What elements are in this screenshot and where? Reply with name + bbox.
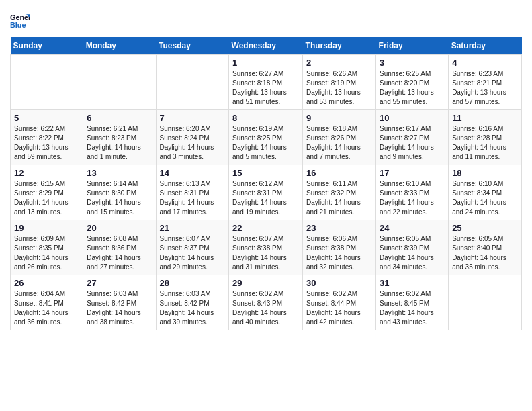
day-number: 22 [232,223,299,233]
calendar-cell: 17Sunrise: 6:10 AM Sunset: 8:33 PM Dayli… [376,165,449,220]
day-info: Sunrise: 6:05 AM Sunset: 8:40 PM Dayligh… [452,234,518,272]
calendar-cell: 11Sunrise: 6:16 AM Sunset: 8:28 PM Dayli… [449,110,522,165]
logo: General Blue [10,10,30,30]
day-info: Sunrise: 6:20 AM Sunset: 8:24 PM Dayligh… [160,124,226,162]
day-info: Sunrise: 6:12 AM Sunset: 8:31 PM Dayligh… [232,179,299,217]
calendar-cell: 10Sunrise: 6:17 AM Sunset: 8:27 PM Dayli… [376,110,449,165]
calendar-cell: 26Sunrise: 6:04 AM Sunset: 8:41 PM Dayli… [11,275,83,330]
day-number: 11 [452,113,518,123]
calendar-cell: 14Sunrise: 6:13 AM Sunset: 8:31 PM Dayli… [156,165,229,220]
day-number: 1 [232,58,299,68]
day-number: 29 [232,278,299,288]
day-number: 7 [160,113,226,123]
calendar-cell: 6Sunrise: 6:21 AM Sunset: 8:23 PM Daylig… [83,110,156,165]
week-row-3: 12Sunrise: 6:15 AM Sunset: 8:29 PM Dayli… [11,165,522,220]
day-number: 13 [87,168,152,178]
calendar-cell: 20Sunrise: 6:08 AM Sunset: 8:36 PM Dayli… [83,220,156,275]
calendar-cell: 16Sunrise: 6:11 AM Sunset: 8:32 PM Dayli… [303,165,376,220]
week-row-1: 1Sunrise: 6:27 AM Sunset: 8:18 PM Daylig… [11,55,522,110]
day-info: Sunrise: 6:22 AM Sunset: 8:22 PM Dayligh… [14,124,79,162]
day-info: Sunrise: 6:03 AM Sunset: 8:42 PM Dayligh… [87,289,152,327]
day-number: 23 [306,223,372,233]
calendar-cell [11,55,83,110]
day-info: Sunrise: 6:11 AM Sunset: 8:32 PM Dayligh… [306,179,372,217]
day-header-wednesday: Wednesday [229,37,303,55]
calendar-cell [449,275,522,330]
calendar-cell: 7Sunrise: 6:20 AM Sunset: 8:24 PM Daylig… [156,110,229,165]
day-number: 2 [306,58,372,68]
day-number: 26 [14,278,79,288]
day-info: Sunrise: 6:15 AM Sunset: 8:29 PM Dayligh… [14,179,79,217]
day-header-tuesday: Tuesday [156,37,229,55]
week-row-2: 5Sunrise: 6:22 AM Sunset: 8:22 PM Daylig… [11,110,522,165]
day-info: Sunrise: 6:17 AM Sunset: 8:27 PM Dayligh… [380,124,445,162]
day-info: Sunrise: 6:02 AM Sunset: 8:45 PM Dayligh… [380,289,445,327]
day-number: 27 [87,278,152,288]
day-header-sunday: Sunday [11,37,83,55]
day-number: 14 [160,168,226,178]
day-number: 16 [306,168,372,178]
day-info: Sunrise: 6:18 AM Sunset: 8:26 PM Dayligh… [306,124,372,162]
day-number: 25 [452,223,518,233]
calendar-cell: 5Sunrise: 6:22 AM Sunset: 8:22 PM Daylig… [11,110,83,165]
calendar-cell: 1Sunrise: 6:27 AM Sunset: 8:18 PM Daylig… [229,55,303,110]
calendar-cell [83,55,156,110]
day-info: Sunrise: 6:03 AM Sunset: 8:42 PM Dayligh… [160,289,226,327]
calendar-cell: 25Sunrise: 6:05 AM Sunset: 8:40 PM Dayli… [449,220,522,275]
day-info: Sunrise: 6:05 AM Sunset: 8:39 PM Dayligh… [380,234,445,272]
calendar-cell: 22Sunrise: 6:07 AM Sunset: 8:38 PM Dayli… [229,220,303,275]
day-info: Sunrise: 6:10 AM Sunset: 8:34 PM Dayligh… [452,179,518,217]
calendar-cell: 21Sunrise: 6:07 AM Sunset: 8:37 PM Dayli… [156,220,229,275]
logo-icon: General Blue [10,10,30,30]
calendar-cell: 2Sunrise: 6:26 AM Sunset: 8:19 PM Daylig… [303,55,376,110]
calendar-table: SundayMondayTuesdayWednesdayThursdayFrid… [10,37,522,330]
week-row-4: 19Sunrise: 6:09 AM Sunset: 8:35 PM Dayli… [11,220,522,275]
calendar-cell: 3Sunrise: 6:25 AM Sunset: 8:20 PM Daylig… [376,55,449,110]
day-number: 20 [87,223,152,233]
calendar-cell: 24Sunrise: 6:05 AM Sunset: 8:39 PM Dayli… [376,220,449,275]
calendar-cell: 9Sunrise: 6:18 AM Sunset: 8:26 PM Daylig… [303,110,376,165]
day-header-friday: Friday [376,37,449,55]
day-number: 19 [14,223,79,233]
calendar-cell: 23Sunrise: 6:06 AM Sunset: 8:38 PM Dayli… [303,220,376,275]
day-header-monday: Monday [83,37,156,55]
day-number: 24 [380,223,445,233]
day-info: Sunrise: 6:19 AM Sunset: 8:25 PM Dayligh… [232,124,299,162]
day-info: Sunrise: 6:08 AM Sunset: 8:36 PM Dayligh… [87,234,152,272]
day-info: Sunrise: 6:07 AM Sunset: 8:38 PM Dayligh… [232,234,299,272]
day-number: 15 [232,168,299,178]
day-info: Sunrise: 6:10 AM Sunset: 8:33 PM Dayligh… [380,179,445,217]
day-number: 8 [232,113,299,123]
day-info: Sunrise: 6:23 AM Sunset: 8:21 PM Dayligh… [452,69,518,107]
day-number: 9 [306,113,372,123]
day-header-saturday: Saturday [449,37,522,55]
day-info: Sunrise: 6:14 AM Sunset: 8:30 PM Dayligh… [87,179,152,217]
day-info: Sunrise: 6:13 AM Sunset: 8:31 PM Dayligh… [160,179,226,217]
day-number: 4 [452,58,518,68]
header-row: SundayMondayTuesdayWednesdayThursdayFrid… [11,37,522,55]
calendar-cell: 18Sunrise: 6:10 AM Sunset: 8:34 PM Dayli… [449,165,522,220]
day-number: 21 [160,223,226,233]
calendar-cell: 30Sunrise: 6:02 AM Sunset: 8:44 PM Dayli… [303,275,376,330]
day-info: Sunrise: 6:04 AM Sunset: 8:41 PM Dayligh… [14,289,79,327]
day-number: 6 [87,113,152,123]
calendar-cell: 13Sunrise: 6:14 AM Sunset: 8:30 PM Dayli… [83,165,156,220]
day-info: Sunrise: 6:02 AM Sunset: 8:43 PM Dayligh… [232,289,299,327]
calendar-cell: 31Sunrise: 6:02 AM Sunset: 8:45 PM Dayli… [376,275,449,330]
page-header: General Blue [10,10,522,30]
day-number: 12 [14,168,79,178]
calendar-cell: 27Sunrise: 6:03 AM Sunset: 8:42 PM Dayli… [83,275,156,330]
day-number: 10 [380,113,445,123]
day-info: Sunrise: 6:02 AM Sunset: 8:44 PM Dayligh… [306,289,372,327]
day-info: Sunrise: 6:09 AM Sunset: 8:35 PM Dayligh… [14,234,79,272]
calendar-cell [156,55,229,110]
day-info: Sunrise: 6:07 AM Sunset: 8:37 PM Dayligh… [160,234,226,272]
day-number: 31 [380,278,445,288]
calendar-cell: 4Sunrise: 6:23 AM Sunset: 8:21 PM Daylig… [449,55,522,110]
calendar-cell: 19Sunrise: 6:09 AM Sunset: 8:35 PM Dayli… [11,220,83,275]
calendar-cell: 29Sunrise: 6:02 AM Sunset: 8:43 PM Dayli… [229,275,303,330]
day-number: 3 [380,58,445,68]
week-row-5: 26Sunrise: 6:04 AM Sunset: 8:41 PM Dayli… [11,275,522,330]
day-number: 17 [380,168,445,178]
day-number: 18 [452,168,518,178]
